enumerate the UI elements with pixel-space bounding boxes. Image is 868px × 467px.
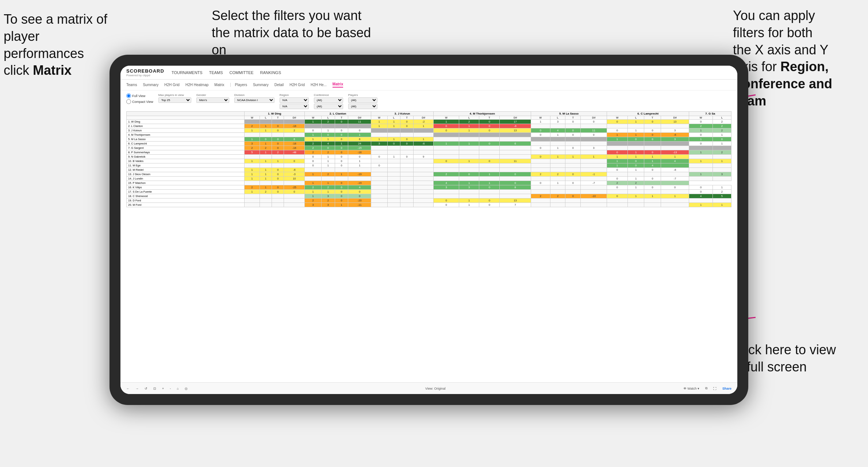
gender-label: Gender	[196, 93, 229, 97]
fullscreen-btn[interactable]: ⛶	[712, 386, 718, 391]
cell-8-1-3: 0	[348, 155, 371, 159]
subnav-h2h-grid[interactable]: H2H Grid	[164, 83, 180, 87]
filter-max-players: Max players in view Top 25	[158, 93, 191, 103]
view-original-btn[interactable]: View: Original	[424, 386, 447, 391]
cell-3-0-3	[284, 133, 305, 137]
cell-4-3-0	[434, 137, 459, 142]
cell-3-6-1: 1	[713, 133, 731, 137]
row-header-8: 9. N Gabrelcik	[127, 155, 245, 159]
sh-gs-l: L	[713, 116, 731, 120]
cell-19-2-2	[400, 203, 414, 207]
cell-3-4-3: 0	[581, 133, 607, 137]
redo-btn[interactable]: →	[134, 386, 140, 391]
players-select-2[interactable]: (All)	[348, 104, 377, 109]
cell-12-5-2	[644, 172, 661, 177]
compact-view-label[interactable]: Compact View	[126, 99, 153, 104]
cell-18-2-3	[414, 198, 434, 203]
nav-teams[interactable]: TEAMS	[209, 70, 223, 76]
max-players-select[interactable]: Top 25	[158, 97, 191, 103]
subnav-h2h-heatmap[interactable]: H2H Heatmap	[185, 83, 208, 87]
cell-10-1-1: 1	[322, 163, 335, 168]
subnav-teams[interactable]: Teams	[126, 83, 137, 87]
cell-3-5-3: -6	[661, 133, 689, 137]
subnav-summary2[interactable]: Summary	[253, 83, 269, 87]
cell-11-1-2	[335, 168, 348, 172]
subnav-summary[interactable]: Summary	[143, 83, 158, 87]
focus-btn[interactable]: ◎	[183, 386, 189, 391]
subnav-matrix-active[interactable]: Matrix	[333, 82, 343, 88]
cell-3-1-2: 0	[335, 133, 348, 137]
cell-15-3-2: 0	[479, 185, 500, 190]
cell-8-4-3: 1	[581, 155, 607, 159]
cell-16-2-0	[371, 190, 388, 194]
refresh-btn[interactable]: ↺	[143, 386, 149, 391]
cell-1-5-1	[627, 124, 644, 128]
nav-rankings[interactable]: RANKINGS	[260, 70, 281, 76]
cell-19-5-3	[661, 203, 689, 207]
header-empty	[127, 112, 245, 116]
cell-5-4-1	[550, 142, 565, 146]
full-view-label[interactable]: Full View	[126, 93, 153, 98]
cell-3-3-1	[459, 133, 479, 137]
zoom-in-btn[interactable]: +	[161, 386, 165, 391]
cell-10-5-2: 4	[644, 163, 661, 168]
gender-select[interactable]: Men's	[196, 97, 229, 103]
cell-1-3-2: 0	[479, 124, 500, 128]
cell-18-2-2	[400, 198, 414, 203]
share-btn[interactable]: Share	[721, 386, 733, 391]
cell-10-3-2	[479, 163, 500, 168]
watch-btn[interactable]: 👁 Watch ▾	[682, 386, 701, 391]
cell-4-2-2: 0	[400, 137, 414, 142]
cell-10-2-2	[400, 163, 414, 168]
zoom-out-btn[interactable]: -	[168, 386, 172, 391]
cell-18-0-2	[272, 198, 284, 203]
split-btn[interactable]: ⧉	[704, 386, 709, 391]
cell-2-3-1: 1	[459, 128, 479, 133]
annotation-top-center: Select the filters you want the matrix d…	[212, 7, 380, 58]
cell-8-2-2: 0	[400, 155, 414, 159]
conference-select-1[interactable]: (All)	[314, 97, 343, 103]
region-select-1[interactable]: N/A	[280, 97, 309, 103]
cell-15-4-3	[581, 185, 607, 190]
cell-13-5-0: 0	[607, 177, 628, 181]
cell-14-3-3: 0	[500, 181, 531, 185]
cell-12-4-3: -1	[581, 172, 607, 177]
cell-2-5-2: 0	[644, 128, 661, 133]
subnav-matrix-players[interactable]: Matrix	[214, 83, 224, 87]
cell-16-3-0	[434, 190, 459, 194]
cell-16-1-0: 1	[305, 190, 322, 194]
cell-4-2-1: 1	[387, 137, 400, 142]
cell-7-6-0: 1	[689, 150, 713, 155]
grid-btn[interactable]: ⊡	[152, 386, 158, 391]
cell-4-3-1	[459, 137, 479, 142]
cell-16-5-3	[661, 190, 689, 194]
cell-19-4-0	[531, 203, 550, 207]
cell-0-5-2: 0	[644, 120, 661, 124]
full-view-radio[interactable]	[126, 93, 131, 98]
cell-16-3-2	[479, 190, 500, 194]
nav-committee[interactable]: COMMITTEE	[230, 70, 254, 76]
matrix-container[interactable]: 1. W Ding 2. L Clanton 3. J Koivun 4. M …	[126, 111, 731, 207]
undo-btn[interactable]: ←	[125, 386, 131, 391]
cell-17-2-2	[400, 194, 414, 198]
division-select[interactable]: NCAA Division I	[234, 97, 274, 103]
cell-11-3-3	[500, 168, 531, 172]
subnav-players[interactable]: Players	[230, 83, 247, 87]
cell-3-4-1: 1	[550, 133, 565, 137]
sh-thor-w: W	[434, 116, 459, 120]
nav-tournaments[interactable]: TOURNAMENTS	[172, 70, 203, 76]
subnav-h2h-he[interactable]: H2H He...	[311, 83, 327, 87]
region-select-2[interactable]: N/A	[280, 104, 309, 109]
players-select-1[interactable]: (All)	[348, 97, 377, 103]
home-btn[interactable]: ⌂	[175, 386, 180, 391]
subnav-detail[interactable]: Detail	[274, 83, 284, 87]
row-header-5: 6. C Lamprecht	[127, 142, 245, 146]
cell-11-0-1: 1	[260, 168, 272, 172]
cell-0-1-0: 1	[305, 120, 322, 124]
cell-15-2-2	[400, 185, 414, 190]
compact-view-radio[interactable]	[126, 99, 131, 104]
conference-select-2[interactable]: (All)	[314, 104, 343, 109]
subnav-h2h-grid2[interactable]: H2H Grid	[289, 83, 305, 87]
cell-7-4-0	[531, 150, 550, 155]
cell-10-1-2: 0	[335, 163, 348, 168]
